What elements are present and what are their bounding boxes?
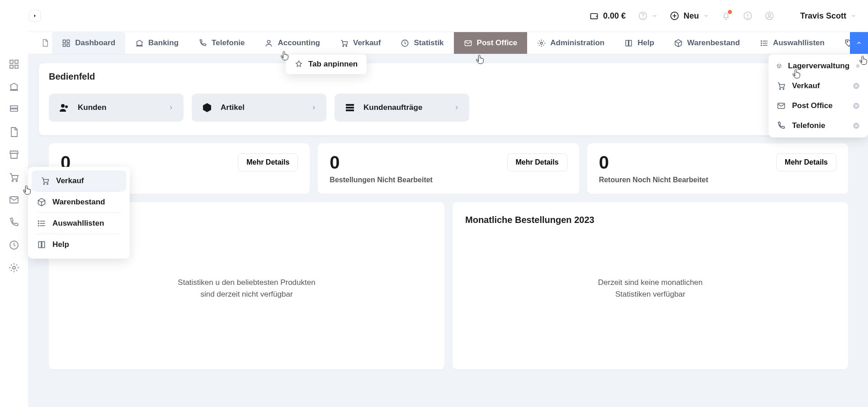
store-icon[interactable] [9, 149, 19, 160]
tab-label: Dashboard [75, 38, 115, 47]
tab-accounting[interactable]: Accounting [255, 32, 330, 54]
chevron-down-icon [851, 13, 856, 19]
mail-icon [777, 101, 786, 110]
cart-icon [777, 81, 786, 90]
tab-overflow-button[interactable] [850, 32, 868, 54]
stack-icon[interactable] [9, 104, 19, 115]
tag-icon [844, 39, 850, 47]
dashboard-icon[interactable] [9, 59, 19, 70]
notifications-button[interactable] [722, 11, 731, 20]
tab-auswahllisten[interactable]: Auswahllisten [750, 32, 835, 54]
orders-icon [344, 102, 355, 113]
tab-telefonie[interactable]: Telefonie [189, 32, 255, 54]
overflow-item-telefonie[interactable]: Telefonie [769, 116, 868, 136]
flyout-label: Verkauf [56, 176, 84, 185]
shortcut-label: Kundenaufträge [363, 103, 422, 112]
tab-verkauf[interactable]: Verkauf [330, 32, 391, 54]
tab-dashboard[interactable]: Dashboard [52, 32, 125, 54]
tab-post-office[interactable]: Post Office [454, 32, 528, 54]
top-bar: 0.00 € Neu Travis Scott [0, 0, 868, 32]
document-icon[interactable] [9, 127, 19, 137]
alert-icon [743, 11, 752, 20]
overflow-label: Telefonie [792, 121, 825, 130]
flyout-item-auswahllisten[interactable]: Auswahllisten [28, 213, 130, 234]
user-icon [264, 39, 273, 47]
overflow-item-lagerverwaltung[interactable]: Lagerverwaltung [769, 56, 868, 76]
bank-icon [135, 39, 144, 47]
phone-icon[interactable] [9, 217, 19, 228]
wallet-icon [590, 11, 599, 20]
close-circle-icon[interactable] [856, 62, 860, 70]
stat-value: 0 [330, 153, 340, 171]
tab-statistik[interactable]: Statistik [391, 32, 453, 54]
overflow-item-verkauf[interactable]: Verkauf [769, 76, 868, 96]
chevron-right-icon [33, 14, 37, 18]
box-icon [37, 198, 46, 207]
persona-icon [765, 11, 774, 20]
stat-card: 0Mehr DetailsRetouren Noch Nicht Bearbei… [587, 143, 848, 194]
chart-card: Monatliche Bestellungen 2023Derzeit sind… [453, 202, 848, 369]
side-rail-flyout: VerkaufWarenbestandAuswahllistenHelp [28, 167, 130, 259]
book-icon [624, 39, 633, 47]
cube-icon [202, 102, 212, 113]
account-button[interactable] [765, 11, 774, 20]
sidebar-expand-toggle[interactable] [29, 10, 41, 22]
overflow-item-post-office[interactable]: Post Office [769, 96, 868, 116]
panel-card: Bedienfeld KundenArtikelKundenaufträge [39, 63, 858, 135]
tab-help[interactable]: Help [614, 32, 664, 54]
tab-banking[interactable]: Banking [125, 32, 189, 54]
overflow-label: Post Office [792, 101, 833, 110]
close-circle-icon[interactable] [853, 102, 860, 109]
tab-bar-leading-icon[interactable] [38, 32, 52, 54]
close-circle-icon[interactable] [853, 82, 860, 90]
banking-icon[interactable] [9, 81, 19, 92]
balance-indicator[interactable]: 0.00 € [590, 11, 626, 21]
tab-label: Banking [148, 38, 179, 47]
new-label: Neu [684, 11, 699, 21]
box-icon [674, 39, 683, 47]
shortcut-kundenaufträge[interactable]: Kundenaufträge [335, 94, 469, 122]
shortcut-artikel[interactable]: Artikel [192, 94, 326, 122]
tab-label: Warenbestand [687, 38, 740, 47]
shortcut-label: Artikel [221, 103, 245, 112]
chart-title: Monatliche Bestellungen 2023 [465, 215, 835, 225]
more-details-button[interactable]: Mehr Details [776, 153, 836, 171]
new-menu[interactable]: Neu [670, 11, 709, 21]
tab-administration[interactable]: Administration [527, 32, 614, 54]
flyout-item-warenbestand[interactable]: Warenbestand [28, 192, 130, 213]
pin-tab-label: Tab anpinnen [308, 60, 358, 69]
tab-warenbestand[interactable]: Warenbestand [664, 32, 750, 54]
phone-icon [777, 121, 786, 130]
panel-title: Bedienfeld [39, 63, 858, 94]
tab-einkauf[interactable]: Einkauf [835, 32, 850, 54]
box-icon [777, 62, 782, 71]
flyout-label: Auswahllisten [52, 219, 104, 228]
gear-icon [537, 39, 546, 47]
mail-icon [464, 39, 472, 47]
left-nav-rail [0, 0, 28, 407]
close-circle-icon[interactable] [853, 122, 860, 129]
settings-icon[interactable] [9, 262, 19, 273]
flyout-label: Help [52, 240, 69, 249]
flyout-item-verkauf[interactable]: Verkauf [32, 170, 126, 191]
shortcut-kunden[interactable]: Kunden [49, 94, 184, 122]
tab-label: Administration [550, 38, 604, 47]
user-name: Travis Scott [800, 11, 846, 21]
cart-icon [340, 39, 349, 47]
chevron-up-icon [856, 40, 862, 46]
chart-empty-message: Derzeit sind keine monatlichenStatistike… [465, 225, 835, 351]
user-menu[interactable]: Travis Scott [800, 11, 856, 21]
stat-card: 0Mehr DetailsBestellungen Nicht Bearbeit… [318, 143, 579, 194]
mail-icon[interactable] [9, 194, 19, 205]
list-icon [760, 39, 769, 47]
chevron-right-icon [168, 105, 174, 110]
alerts-button[interactable] [743, 11, 752, 20]
pin-tab-popover[interactable]: Tab anpinnen [286, 54, 367, 74]
more-details-button[interactable]: Mehr Details [238, 153, 298, 171]
flyout-item-help[interactable]: Help [28, 234, 130, 255]
stat-description: Retouren Noch Nicht Bearbeitet [599, 176, 836, 184]
help-menu[interactable] [638, 11, 657, 20]
cart-icon[interactable] [9, 172, 19, 183]
more-details-button[interactable]: Mehr Details [507, 153, 567, 171]
clock-icon[interactable] [9, 240, 19, 251]
